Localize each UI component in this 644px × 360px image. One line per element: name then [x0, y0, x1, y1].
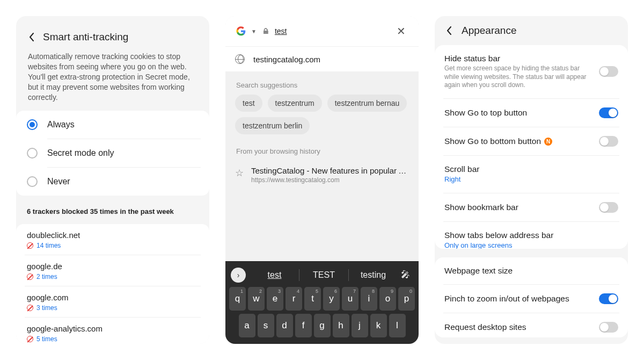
setting-bookmark-bar[interactable]: Show bookmark bar	[435, 193, 628, 221]
suggestion-chip[interactable]: testzentrum	[268, 95, 322, 112]
suggestion-chip[interactable]: testzentrum bernau	[327, 95, 407, 112]
toggle-hide-status-bar[interactable]	[599, 66, 618, 77]
lock-icon: 🔒︎	[262, 27, 269, 35]
radio-icon	[27, 119, 38, 130]
key-d[interactable]: d	[276, 314, 293, 337]
setting-title: Show tabs below address bar	[444, 231, 618, 240]
key-h[interactable]: h	[333, 314, 349, 337]
url-suggestion-row[interactable]: testingcatalog.com	[225, 47, 419, 71]
setting-title: Request desktop sites	[444, 322, 592, 332]
url-input[interactable]: test	[275, 27, 389, 35]
key-f[interactable]: f	[295, 314, 312, 337]
setting-go-to-top[interactable]: Show Go to top button	[435, 99, 628, 127]
key-t[interactable]: t5	[304, 287, 321, 311]
tracker-domain: google-analytics.com	[27, 324, 199, 333]
suggestion-chip[interactable]: testzentrum berlin	[235, 117, 310, 134]
toggle-go-to-bottom[interactable]	[599, 136, 618, 147]
new-badge: N	[544, 138, 552, 146]
key-w[interactable]: w2	[248, 287, 265, 311]
tracker-count: 2 times	[36, 273, 57, 280]
key-l[interactable]: l	[389, 314, 406, 337]
clear-icon[interactable]: ✕	[394, 25, 408, 38]
history-url: https://www.testingcatalog.com	[251, 176, 409, 184]
key-q[interactable]: q1	[229, 287, 246, 311]
setting-pinch-zoom[interactable]: Pinch to zoom in/out of webpages	[435, 285, 628, 313]
toggle-go-to-top[interactable]	[599, 107, 618, 118]
microphone-icon[interactable]: 🎤︎	[398, 270, 413, 280]
smart-anti-tracking-panel: Smart anti-tracking Automatically remove…	[16, 16, 209, 344]
setting-subtitle: Get more screen space by hiding the stat…	[444, 64, 592, 90]
block-icon	[27, 305, 33, 311]
keyboard-expand-icon[interactable]: ›	[231, 268, 246, 283]
key-i[interactable]: i8	[361, 287, 377, 311]
setting-title: Show bookmark bar	[444, 203, 592, 212]
keyboard-suggestion[interactable]: testing	[349, 268, 398, 282]
toggle-bookmark-bar[interactable]	[599, 202, 618, 213]
search-engine-dropdown-icon[interactable]: ▼	[251, 28, 257, 34]
keyboard: › test TEST testing 🎤︎ q1 w2 e3 r4 t5 y6…	[225, 261, 419, 344]
keyboard-suggestion[interactable]: test	[250, 268, 299, 282]
back-icon[interactable]	[27, 32, 36, 42]
tracker-count: 14 times	[36, 242, 61, 249]
tracker-count: 5 times	[36, 335, 57, 343]
block-icon	[27, 273, 33, 280]
history-row[interactable]: ☆ TestingCatalog - New features in popul…	[225, 161, 419, 192]
globe-icon	[235, 54, 245, 64]
key-y[interactable]: y6	[323, 287, 340, 311]
radio-icon	[27, 148, 38, 159]
option-label: Always	[47, 120, 75, 129]
key-e[interactable]: e3	[267, 287, 283, 311]
key-k[interactable]: k	[370, 314, 387, 337]
browser-search-panel: ▼ 🔒︎ test ✕ testingcatalog.com Search su…	[225, 16, 419, 344]
setting-tabs-below[interactable]: Show tabs below address bar Only on larg…	[435, 222, 628, 249]
star-icon: ☆	[235, 167, 244, 179]
back-icon[interactable]	[444, 26, 454, 35]
key-s[interactable]: s	[258, 314, 274, 337]
tracker-list: doubleclick.net 14 times google.de 2 tim…	[16, 224, 209, 344]
setting-go-to-bottom[interactable]: Show Go to bottom buttonN	[435, 127, 628, 155]
toggle-pinch-zoom[interactable]	[599, 293, 618, 304]
key-p[interactable]: p0	[398, 287, 415, 311]
setting-subtitle: Only on large screens	[444, 241, 618, 249]
setting-title: Pinch to zoom in/out of webpages	[444, 294, 592, 304]
radio-icon	[27, 176, 38, 187]
option-always[interactable]: Always	[16, 111, 209, 139]
setting-text-size[interactable]: Webpage text size	[435, 257, 628, 284]
key-u[interactable]: u7	[342, 287, 358, 311]
google-icon[interactable]	[236, 26, 246, 36]
toggle-desktop-sites[interactable]	[599, 322, 618, 333]
tracker-row[interactable]: google.de 2 times	[16, 255, 209, 286]
tracker-count: 3 times	[36, 304, 57, 312]
setting-hide-status-bar[interactable]: Hide status bar Get more screen space by…	[435, 45, 628, 98]
option-secret-mode[interactable]: Secret mode only	[16, 139, 209, 167]
key-g[interactable]: g	[314, 314, 331, 337]
tracker-domain: google.com	[27, 293, 199, 302]
setting-scroll-bar[interactable]: Scroll bar Right	[435, 156, 628, 193]
tracker-domain: doubleclick.net	[27, 231, 199, 240]
setting-desktop-sites[interactable]: Request desktop sites	[435, 313, 628, 337]
key-o[interactable]: o9	[379, 287, 396, 311]
tracker-row[interactable]: google-analytics.com 5 times	[16, 318, 209, 344]
key-j[interactable]: j	[352, 314, 368, 337]
search-suggestions-label: Search suggestions	[225, 71, 419, 95]
tracker-row[interactable]: doubleclick.net 14 times	[16, 224, 209, 255]
setting-title: Show Go to top button	[444, 108, 592, 118]
setting-title: Hide status bar	[444, 54, 592, 63]
suggestion-chip[interactable]: test	[235, 95, 262, 112]
keyboard-row-2: a s d f g h j k l	[229, 314, 415, 337]
tracker-domain: google.de	[27, 262, 199, 271]
url-bar[interactable]: ▼ 🔒︎ test ✕	[230, 19, 414, 43]
setting-title: Show Go to bottom buttonN	[444, 136, 592, 146]
setting-subtitle: Right	[444, 175, 618, 184]
key-r[interactable]: r4	[286, 287, 302, 311]
url-suggestion: testingcatalog.com	[253, 55, 320, 64]
keyboard-suggestion[interactable]: TEST	[299, 268, 348, 282]
option-never[interactable]: Never	[16, 168, 209, 196]
history-title: TestingCatalog - New features in popular…	[251, 166, 409, 175]
key-a[interactable]: a	[239, 314, 255, 337]
page-title: Appearance	[462, 25, 516, 37]
page-title: Smart anti-tracking	[43, 31, 128, 43]
tracker-row[interactable]: google.com 3 times	[16, 286, 209, 317]
tracking-options: Always Secret mode only Never	[16, 111, 209, 196]
keyboard-row-1: q1 w2 e3 r4 t5 y6 u7 i8 o9 p0	[229, 287, 415, 311]
